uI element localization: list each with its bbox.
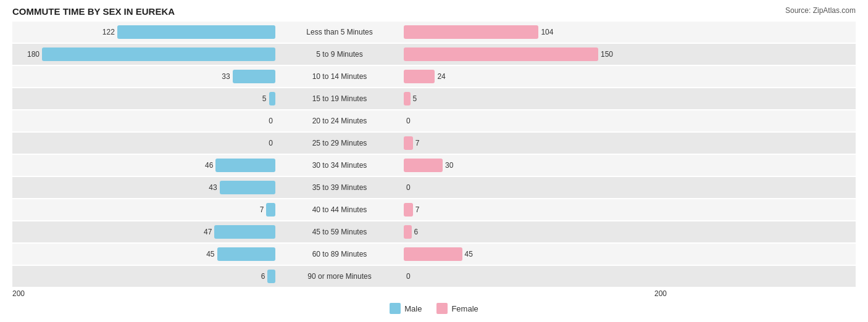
male-bar-section: 43 [12, 177, 278, 198]
male-bar-section: 45 [12, 244, 278, 265]
row-label: 15 to 19 Minutes [278, 94, 401, 103]
row-label: 60 to 89 Minutes [278, 250, 401, 258]
row-label: 45 to 59 Minutes [278, 228, 401, 236]
table-row: 4630 to 34 Minutes30 [12, 155, 856, 176]
row-label: 40 to 44 Minutes [278, 205, 401, 214]
female-value: 5 [413, 94, 417, 103]
legend-male: Male [390, 303, 422, 314]
male-bar-section: 47 [12, 221, 278, 242]
female-value: 150 [601, 50, 613, 59]
male-value: 45 [206, 250, 214, 258]
table-row: 122Less than 5 Minutes104 [12, 22, 856, 43]
male-bar-section: 6 [12, 266, 278, 287]
female-bar [404, 247, 462, 261]
female-bar [404, 136, 413, 150]
female-value: 0 [406, 183, 411, 192]
legend-female-label: Female [451, 304, 478, 313]
row-label: 30 to 34 Minutes [278, 161, 401, 170]
female-value: 104 [541, 28, 553, 36]
table-row: 4745 to 59 Minutes6 [12, 221, 856, 242]
male-bar [217, 247, 276, 261]
female-bar [404, 25, 538, 39]
table-row: 740 to 44 Minutes7 [12, 199, 856, 220]
male-value: 46 [205, 161, 213, 170]
male-bar [233, 70, 275, 83]
female-bar-section: 7 [401, 199, 667, 220]
row-label: 5 to 9 Minutes [278, 50, 401, 59]
male-bar-section: 180 [12, 44, 278, 65]
female-value: 7 [415, 205, 420, 214]
female-value: 24 [437, 72, 445, 81]
female-bar [404, 159, 443, 172]
female-bar-section: 150 [401, 44, 667, 65]
male-bar [215, 159, 275, 172]
male-bar-section: 5 [12, 88, 278, 109]
male-bar [266, 203, 275, 217]
male-value: 47 [204, 228, 212, 236]
male-bar [117, 25, 275, 39]
male-value: 5 [262, 94, 267, 103]
table-row: 1805 to 9 Minutes150 [12, 44, 856, 65]
female-value: 45 [465, 250, 473, 258]
chart-area: 122Less than 5 Minutes1041805 to 9 Minut… [12, 22, 856, 314]
female-bar [404, 225, 412, 239]
male-bar-section: 0 [12, 110, 278, 131]
chart-title: COMMUTE TIME BY SEX IN EUREKA [12, 6, 175, 17]
female-bar-section: 24 [401, 66, 667, 87]
female-bar-section: 45 [401, 244, 667, 265]
male-value: 43 [209, 183, 217, 192]
male-bar [42, 47, 275, 61]
female-bar-section: 0 [401, 266, 667, 287]
row-label: 35 to 39 Minutes [278, 183, 401, 192]
row-label: 20 to 24 Minutes [278, 117, 401, 125]
female-bar [404, 203, 413, 217]
male-value: 122 [102, 28, 115, 36]
row-label: Less than 5 Minutes [278, 28, 401, 36]
female-bar-section: 0 [401, 110, 667, 131]
female-bar-section: 0 [401, 177, 667, 198]
male-bar-section: 0 [12, 133, 278, 154]
axis-left-label: 200 [12, 289, 25, 298]
male-value: 0 [269, 117, 273, 125]
male-bar-section: 122 [12, 22, 278, 43]
male-value: 33 [222, 72, 230, 81]
male-bar [267, 270, 275, 283]
legend-female-box [436, 303, 448, 314]
female-value: 0 [406, 272, 411, 281]
row-label: 90 or more Minutes [278, 272, 401, 281]
female-bar [404, 70, 435, 83]
male-bar-section: 46 [12, 155, 278, 176]
table-row: 020 to 24 Minutes0 [12, 110, 856, 131]
table-row: 025 to 29 Minutes7 [12, 133, 856, 154]
male-value: 180 [27, 50, 40, 59]
male-value: 0 [269, 139, 273, 147]
axis-right-label: 200 [654, 289, 667, 298]
source-text: Source: ZipAtlas.com [785, 6, 856, 15]
female-value: 0 [406, 117, 411, 125]
female-value: 6 [414, 228, 419, 236]
female-value: 7 [415, 139, 420, 147]
female-bar-section: 104 [401, 22, 667, 43]
row-label: 10 to 14 Minutes [278, 72, 401, 81]
legend-male-box [390, 303, 401, 314]
male-value: 6 [261, 272, 265, 281]
table-row: 4560 to 89 Minutes45 [12, 244, 856, 265]
male-bar-section: 33 [12, 66, 278, 87]
female-bar-section: 7 [401, 133, 667, 154]
female-bar-section: 30 [401, 155, 667, 176]
male-value: 7 [260, 205, 264, 214]
female-bar [404, 47, 598, 61]
male-bar [269, 92, 276, 105]
male-bar [214, 225, 275, 239]
legend-female: Female [436, 303, 478, 314]
legend-male-label: Male [404, 304, 422, 313]
female-value: 30 [445, 161, 453, 170]
table-row: 4335 to 39 Minutes0 [12, 177, 856, 198]
table-row: 3310 to 14 Minutes24 [12, 66, 856, 87]
female-bar-section: 5 [401, 88, 667, 109]
row-label: 25 to 29 Minutes [278, 139, 401, 147]
male-bar [220, 181, 275, 194]
table-row: 690 or more Minutes0 [12, 266, 856, 287]
male-bar-section: 7 [12, 199, 278, 220]
table-row: 515 to 19 Minutes5 [12, 88, 856, 109]
